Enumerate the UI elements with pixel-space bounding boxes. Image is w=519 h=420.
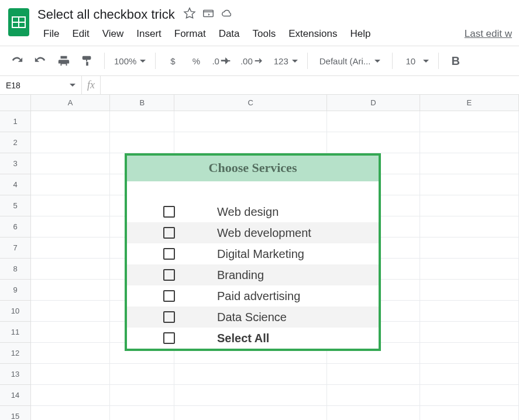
cell[interactable] [174, 385, 326, 406]
redo-button[interactable] [30, 51, 50, 71]
cell[interactable] [420, 153, 519, 174]
cell[interactable] [31, 406, 110, 420]
cell[interactable] [420, 343, 519, 364]
column-header-C[interactable]: C [174, 95, 326, 111]
row-header-15[interactable]: 15 [0, 406, 31, 420]
cell[interactable] [420, 406, 519, 420]
row-header-14[interactable]: 14 [0, 385, 31, 406]
row-header-12[interactable]: 12 [0, 343, 31, 364]
menu-view[interactable]: View [97, 26, 130, 42]
column-header-A[interactable]: A [31, 95, 110, 111]
sheets-logo[interactable] [6, 5, 32, 40]
cell[interactable] [31, 216, 110, 237]
cell[interactable] [420, 322, 519, 343]
menu-file[interactable]: File [37, 26, 65, 42]
column-header-E[interactable]: E [420, 95, 519, 111]
cell[interactable] [420, 385, 519, 406]
cell[interactable] [420, 301, 519, 322]
print-button[interactable] [54, 51, 74, 71]
cell[interactable] [420, 364, 519, 385]
cell[interactable] [110, 406, 174, 420]
cell[interactable] [31, 301, 110, 322]
cell[interactable] [420, 132, 519, 153]
cell[interactable] [420, 237, 519, 259]
cell[interactable] [31, 111, 110, 132]
formula-input[interactable] [101, 76, 519, 94]
undo-button[interactable] [7, 51, 27, 71]
row-header-6[interactable]: 6 [0, 216, 31, 237]
menu-data[interactable]: Data [213, 26, 246, 42]
cell[interactable] [31, 385, 110, 406]
cell[interactable] [31, 364, 110, 385]
menu-insert[interactable]: Insert [130, 26, 167, 42]
row-header-13[interactable]: 13 [0, 364, 31, 385]
cell[interactable] [110, 132, 174, 153]
checkbox[interactable] [163, 269, 175, 281]
move-icon[interactable] [202, 7, 215, 22]
cell[interactable] [174, 132, 326, 153]
cell[interactable] [110, 364, 174, 385]
cell[interactable] [327, 132, 420, 153]
cell[interactable] [174, 364, 326, 385]
cell[interactable] [31, 259, 110, 280]
cell[interactable] [420, 174, 519, 195]
menu-edit[interactable]: Edit [66, 26, 95, 42]
bold-button[interactable]: B [446, 51, 466, 71]
cell[interactable] [110, 385, 174, 406]
format-percent-button[interactable]: % [186, 51, 206, 71]
cell[interactable] [110, 111, 174, 132]
cell[interactable] [31, 322, 110, 343]
menu-format[interactable]: Format [169, 26, 212, 42]
cell[interactable] [31, 195, 110, 216]
checkbox[interactable] [163, 311, 175, 323]
column-header-D[interactable]: D [327, 95, 420, 111]
cell[interactable] [327, 385, 420, 406]
cell[interactable] [31, 280, 110, 301]
cell[interactable] [327, 406, 420, 420]
last-edit-link[interactable]: Last edit w [465, 28, 513, 40]
paint-format-button[interactable] [77, 51, 97, 71]
cloud-status-icon[interactable] [221, 7, 233, 22]
row-header-2[interactable]: 2 [0, 132, 31, 153]
format-currency-button[interactable]: $ [163, 51, 183, 71]
menu-tools[interactable]: Tools [247, 26, 282, 42]
name-box[interactable]: E18 [0, 76, 82, 94]
select-all-cells[interactable] [0, 95, 31, 111]
column-header-B[interactable]: B [110, 95, 174, 111]
cell[interactable] [31, 153, 110, 174]
star-icon[interactable] [183, 7, 196, 22]
checkbox[interactable] [163, 248, 175, 260]
cell[interactable] [420, 259, 519, 280]
document-title[interactable]: Select all checkbox trick [37, 7, 175, 22]
checkbox[interactable] [163, 227, 175, 239]
font-family-select[interactable]: Default (Ari... [315, 51, 385, 71]
more-formats-button[interactable]: 123 [271, 51, 300, 71]
row-header-7[interactable]: 7 [0, 237, 31, 259]
cell[interactable] [31, 237, 110, 259]
row-header-8[interactable]: 8 [0, 259, 31, 280]
cell[interactable] [420, 195, 519, 216]
checkbox[interactable] [163, 290, 175, 302]
row-header-9[interactable]: 9 [0, 280, 31, 301]
cell[interactable] [420, 280, 519, 301]
zoom-select[interactable]: 100% [112, 51, 148, 71]
cell[interactable] [327, 364, 420, 385]
menu-extensions[interactable]: Extensions [283, 26, 343, 42]
menu-help[interactable]: Help [344, 26, 376, 42]
cell[interactable] [31, 343, 110, 364]
row-header-4[interactable]: 4 [0, 174, 31, 195]
row-header-3[interactable]: 3 [0, 153, 31, 174]
row-header-1[interactable]: 1 [0, 111, 31, 132]
decrease-decimal-button[interactable]: .0 [209, 51, 235, 71]
cell[interactable] [327, 111, 420, 132]
cell[interactable] [420, 111, 519, 132]
cell[interactable] [174, 406, 326, 420]
row-header-5[interactable]: 5 [0, 195, 31, 216]
cell[interactable] [31, 132, 110, 153]
font-size-select[interactable]: 10 [400, 51, 431, 71]
checkbox-select-all[interactable] [163, 332, 175, 344]
checkbox[interactable] [163, 206, 175, 218]
row-header-10[interactable]: 10 [0, 301, 31, 322]
cell[interactable] [31, 174, 110, 195]
cell[interactable] [420, 216, 519, 237]
